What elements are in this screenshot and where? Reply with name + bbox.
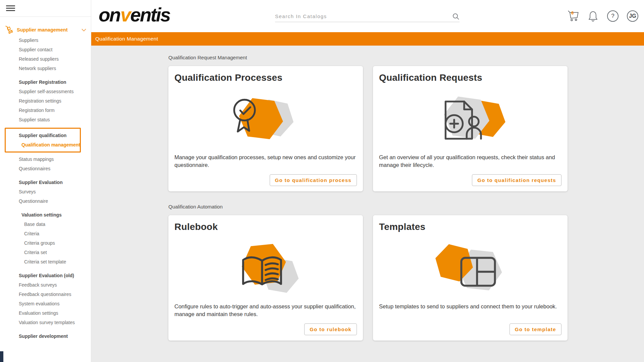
active-section-highlight: Supplier qualification Qualification man… xyxy=(5,128,81,153)
avatar: JG xyxy=(627,10,638,22)
card-description: Setup templates to send to suppliers and… xyxy=(379,303,561,319)
sidebar-item-feedback-questionnaires[interactable]: Feedback questionnaires xyxy=(0,290,91,299)
sidebar-header-supplier-evaluation: Supplier Evaluation xyxy=(0,178,91,187)
sidebar-item-supplier-contact[interactable]: Supplier contact xyxy=(0,45,91,54)
sidebar-header-supplier-evaluation-old: Supplier Evaluation (old) xyxy=(0,271,91,280)
sidebar-item-network-suppliers[interactable]: Network suppliers xyxy=(0,64,91,73)
help-button[interactable]: ? xyxy=(606,9,620,23)
sidebar-item-label: Supplier management xyxy=(17,27,67,33)
sidebar: Supplier management Suppliers Supplier c… xyxy=(0,0,91,362)
scrollbar-thumb[interactable] xyxy=(0,351,3,362)
onventis-logo[interactable]: onventis xyxy=(99,5,170,27)
page-title: Qualification Management xyxy=(95,36,158,42)
sidebar-item-supplier-status[interactable]: Supplier status xyxy=(0,115,91,124)
logo-text-entis: entis xyxy=(130,4,170,25)
sidebar-item-status-mappings[interactable]: Status mappings xyxy=(0,155,91,164)
cards-row-2: Rulebook xyxy=(168,215,644,341)
logo-checkmark-v: v xyxy=(120,4,130,25)
sidebar-item-surveys[interactable]: Surveys xyxy=(0,187,91,196)
breadcrumb: Qualification Management xyxy=(91,32,644,46)
sidebar-top-bar xyxy=(0,0,91,17)
go-to-template-button[interactable]: Go to template xyxy=(509,323,561,335)
main-area: onventis xyxy=(91,0,644,362)
valuation-settings-group: Valuation settings Base data Criteria Cr… xyxy=(0,210,91,266)
cards-row-1: Qualification Processes Manage xyxy=(168,66,644,191)
card-title: Qualification Requests xyxy=(379,72,561,83)
sidebar-item-base-data[interactable]: Base data xyxy=(0,220,91,229)
avatar-initials: JG xyxy=(629,13,636,19)
section-label-qualification-automation: Qualification Automation xyxy=(168,204,644,209)
card-qualification-processes: Qualification Processes Manage xyxy=(168,66,363,191)
chevron-down-icon xyxy=(82,28,86,32)
header-icons: 6 ? JG xyxy=(567,0,639,32)
hamburger-menu-icon[interactable] xyxy=(6,4,15,13)
sidebar-item-criteria-set-template[interactable]: Criteria set template xyxy=(0,257,91,266)
page-content: Qualification Request Management Qualifi… xyxy=(91,46,644,362)
sidebar-item-valuation-survey-templates[interactable]: Valuation survey templates xyxy=(0,318,91,327)
go-to-rulebook-button[interactable]: Go to rulebook xyxy=(304,323,357,335)
sidebar-item-questionnaires[interactable]: Questionnaires xyxy=(0,164,91,173)
card-templates: Templates Setup templates to se xyxy=(373,215,568,341)
medal-check-hexagon-illustration xyxy=(174,83,357,154)
cart-button[interactable]: 6 xyxy=(567,9,580,23)
sidebar-header-valuation-settings: Valuation settings xyxy=(0,210,91,220)
notifications-button[interactable] xyxy=(586,9,600,23)
sidebar-nav: Supplier management Suppliers Supplier c… xyxy=(0,17,91,341)
sidebar-item-evaluation-settings[interactable]: Evaluation settings xyxy=(0,308,91,318)
sidebar-item-suppliers[interactable]: Suppliers xyxy=(0,36,91,45)
section-label-qualification-request-management: Qualification Request Management xyxy=(168,55,644,60)
sidebar-item-criteria-groups[interactable]: Criteria groups xyxy=(0,238,91,248)
sidebar-item-released-suppliers[interactable]: Released suppliers xyxy=(0,54,91,64)
top-header: onventis xyxy=(91,0,644,32)
hand-truck-icon xyxy=(5,25,13,34)
card-title: Rulebook xyxy=(174,222,357,232)
card-rulebook: Rulebook xyxy=(168,215,363,341)
card-qualification-requests: Qualification Requests xyxy=(373,66,568,191)
layout-grid-hexagon-illustration xyxy=(379,232,561,303)
sidebar-item-criteria[interactable]: Criteria xyxy=(0,229,91,238)
card-title: Templates xyxy=(379,222,561,232)
go-to-qualification-requests-button[interactable]: Go to qualification requests xyxy=(472,174,561,186)
sidebar-item-qualification-management[interactable]: Qualification management xyxy=(6,140,80,149)
sidebar-item-feedback-surveys[interactable]: Feedback surveys xyxy=(0,280,91,290)
open-book-hexagon-illustration xyxy=(174,232,357,303)
sidebar-item-registration-settings[interactable]: Registration settings xyxy=(0,96,91,106)
user-menu-button[interactable]: JG xyxy=(626,9,639,23)
sidebar-header-supplier-qualification: Supplier qualification xyxy=(6,131,80,140)
app-root: Supplier management Suppliers Supplier c… xyxy=(0,0,644,362)
card-title: Qualification Processes xyxy=(174,72,357,83)
help-icon: ? xyxy=(607,10,619,22)
sidebar-item-criteria-set[interactable]: Criteria set xyxy=(0,248,91,257)
sidebar-item-system-evaluations[interactable]: System evaluations xyxy=(0,299,91,308)
sidebar-header-supplier-development: Supplier development xyxy=(0,331,91,341)
sidebar-item-questionnaire[interactable]: Questionnaire xyxy=(0,196,91,206)
sidebar-item-supplier-self-assessments[interactable]: Supplier self-assessments xyxy=(0,87,91,96)
sidebar-item-registration-form[interactable]: Registration form xyxy=(0,106,91,115)
help-glyph: ? xyxy=(611,13,614,19)
search-icon[interactable] xyxy=(452,13,460,20)
document-add-person-hexagon-illustration xyxy=(379,83,561,154)
sidebar-header-supplier-registration: Supplier Registration xyxy=(0,77,91,87)
go-to-qualification-process-button[interactable]: Go to qualification process xyxy=(270,174,357,186)
catalog-search xyxy=(275,11,460,22)
notification-bell-icon xyxy=(588,10,598,22)
card-description: Get an overview of all your qualificatio… xyxy=(379,154,561,170)
search-input[interactable] xyxy=(275,13,452,19)
sidebar-item-supplier-management[interactable]: Supplier management xyxy=(0,24,91,36)
card-description: Configure rules to auto-trigger and auto… xyxy=(174,303,357,319)
cart-badge: 6 xyxy=(571,10,574,15)
logo-text-on: on xyxy=(99,4,120,25)
card-description: Manage your qualification processes, set… xyxy=(174,154,357,170)
